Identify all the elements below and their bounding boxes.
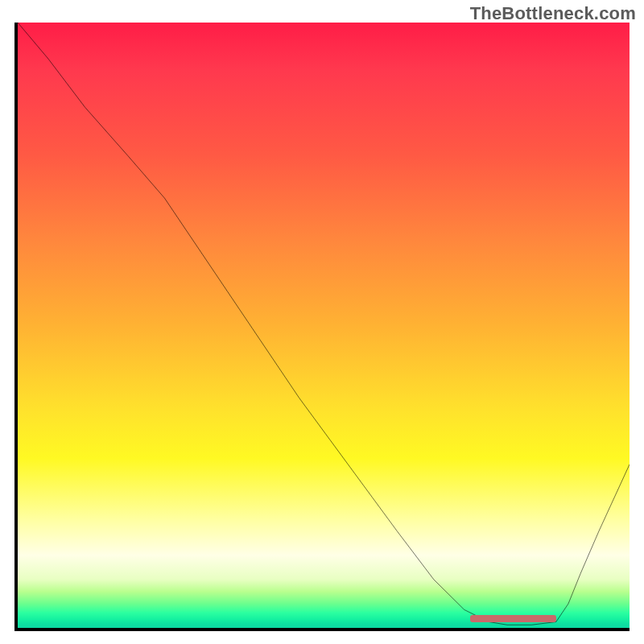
- attribution-label: TheBottleneck.com: [470, 3, 636, 24]
- chart-container: TheBottleneck.com: [0, 0, 644, 644]
- plot-area: [14, 23, 630, 631]
- optimum-marker: [470, 615, 555, 622]
- curve-path: [18, 23, 630, 625]
- bottleneck-curve: [18, 23, 630, 628]
